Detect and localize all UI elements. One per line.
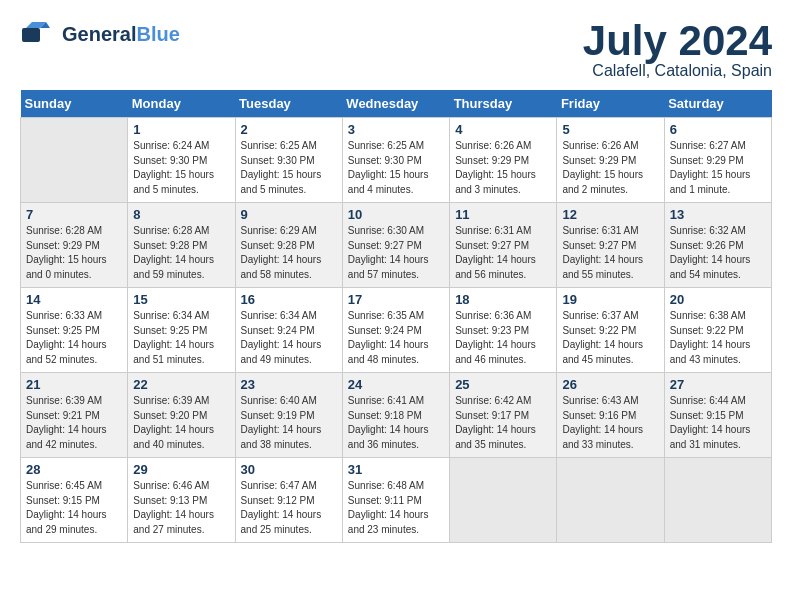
day-number: 10	[348, 207, 444, 222]
calendar-cell	[664, 458, 771, 543]
day-number: 1	[133, 122, 229, 137]
calendar-cell: 17Sunrise: 6:35 AMSunset: 9:24 PMDayligh…	[342, 288, 449, 373]
calendar-cell: 5Sunrise: 6:26 AMSunset: 9:29 PMDaylight…	[557, 118, 664, 203]
day-number: 11	[455, 207, 551, 222]
day-info: Sunrise: 6:42 AMSunset: 9:17 PMDaylight:…	[455, 394, 551, 452]
day-number: 29	[133, 462, 229, 477]
header-wednesday: Wednesday	[342, 90, 449, 118]
day-number: 4	[455, 122, 551, 137]
svg-rect-0	[22, 28, 40, 42]
calendar-cell: 30Sunrise: 6:47 AMSunset: 9:12 PMDayligh…	[235, 458, 342, 543]
day-info: Sunrise: 6:32 AMSunset: 9:26 PMDaylight:…	[670, 224, 766, 282]
day-number: 7	[26, 207, 122, 222]
calendar-cell: 25Sunrise: 6:42 AMSunset: 9:17 PMDayligh…	[450, 373, 557, 458]
day-info: Sunrise: 6:35 AMSunset: 9:24 PMDaylight:…	[348, 309, 444, 367]
calendar-cell: 31Sunrise: 6:48 AMSunset: 9:11 PMDayligh…	[342, 458, 449, 543]
logo: GeneralBlue	[20, 20, 180, 48]
day-info: Sunrise: 6:31 AMSunset: 9:27 PMDaylight:…	[562, 224, 658, 282]
calendar-cell: 4Sunrise: 6:26 AMSunset: 9:29 PMDaylight…	[450, 118, 557, 203]
calendar-cell: 26Sunrise: 6:43 AMSunset: 9:16 PMDayligh…	[557, 373, 664, 458]
day-number: 26	[562, 377, 658, 392]
calendar-cell: 10Sunrise: 6:30 AMSunset: 9:27 PMDayligh…	[342, 203, 449, 288]
day-number: 16	[241, 292, 337, 307]
day-info: Sunrise: 6:39 AMSunset: 9:21 PMDaylight:…	[26, 394, 122, 452]
day-info: Sunrise: 6:31 AMSunset: 9:27 PMDaylight:…	[455, 224, 551, 282]
calendar-cell: 18Sunrise: 6:36 AMSunset: 9:23 PMDayligh…	[450, 288, 557, 373]
calendar-week-row: 14Sunrise: 6:33 AMSunset: 9:25 PMDayligh…	[21, 288, 772, 373]
month-title: July 2024	[583, 20, 772, 62]
calendar-cell: 2Sunrise: 6:25 AMSunset: 9:30 PMDaylight…	[235, 118, 342, 203]
header-friday: Friday	[557, 90, 664, 118]
day-number: 23	[241, 377, 337, 392]
day-info: Sunrise: 6:26 AMSunset: 9:29 PMDaylight:…	[455, 139, 551, 197]
day-number: 17	[348, 292, 444, 307]
calendar-cell: 22Sunrise: 6:39 AMSunset: 9:20 PMDayligh…	[128, 373, 235, 458]
day-number: 2	[241, 122, 337, 137]
day-info: Sunrise: 6:38 AMSunset: 9:22 PMDaylight:…	[670, 309, 766, 367]
day-number: 19	[562, 292, 658, 307]
calendar-cell: 3Sunrise: 6:25 AMSunset: 9:30 PMDaylight…	[342, 118, 449, 203]
calendar-cell: 23Sunrise: 6:40 AMSunset: 9:19 PMDayligh…	[235, 373, 342, 458]
header-tuesday: Tuesday	[235, 90, 342, 118]
day-number: 22	[133, 377, 229, 392]
day-number: 9	[241, 207, 337, 222]
day-number: 31	[348, 462, 444, 477]
calendar-cell: 14Sunrise: 6:33 AMSunset: 9:25 PMDayligh…	[21, 288, 128, 373]
day-info: Sunrise: 6:36 AMSunset: 9:23 PMDaylight:…	[455, 309, 551, 367]
day-number: 18	[455, 292, 551, 307]
day-number: 20	[670, 292, 766, 307]
day-info: Sunrise: 6:48 AMSunset: 9:11 PMDaylight:…	[348, 479, 444, 537]
calendar-cell: 7Sunrise: 6:28 AMSunset: 9:29 PMDaylight…	[21, 203, 128, 288]
day-info: Sunrise: 6:33 AMSunset: 9:25 PMDaylight:…	[26, 309, 122, 367]
calendar-cell: 20Sunrise: 6:38 AMSunset: 9:22 PMDayligh…	[664, 288, 771, 373]
day-info: Sunrise: 6:24 AMSunset: 9:30 PMDaylight:…	[133, 139, 229, 197]
calendar-header-row: SundayMondayTuesdayWednesdayThursdayFrid…	[21, 90, 772, 118]
calendar-cell: 19Sunrise: 6:37 AMSunset: 9:22 PMDayligh…	[557, 288, 664, 373]
calendar-cell: 27Sunrise: 6:44 AMSunset: 9:15 PMDayligh…	[664, 373, 771, 458]
day-info: Sunrise: 6:39 AMSunset: 9:20 PMDaylight:…	[133, 394, 229, 452]
day-info: Sunrise: 6:41 AMSunset: 9:18 PMDaylight:…	[348, 394, 444, 452]
day-info: Sunrise: 6:47 AMSunset: 9:12 PMDaylight:…	[241, 479, 337, 537]
day-info: Sunrise: 6:29 AMSunset: 9:28 PMDaylight:…	[241, 224, 337, 282]
calendar-week-row: 1Sunrise: 6:24 AMSunset: 9:30 PMDaylight…	[21, 118, 772, 203]
day-info: Sunrise: 6:30 AMSunset: 9:27 PMDaylight:…	[348, 224, 444, 282]
day-info: Sunrise: 6:43 AMSunset: 9:16 PMDaylight:…	[562, 394, 658, 452]
day-info: Sunrise: 6:40 AMSunset: 9:19 PMDaylight:…	[241, 394, 337, 452]
day-info: Sunrise: 6:37 AMSunset: 9:22 PMDaylight:…	[562, 309, 658, 367]
day-number: 5	[562, 122, 658, 137]
day-info: Sunrise: 6:28 AMSunset: 9:29 PMDaylight:…	[26, 224, 122, 282]
title-block: July 2024 Calafell, Catalonia, Spain	[583, 20, 772, 80]
day-info: Sunrise: 6:26 AMSunset: 9:29 PMDaylight:…	[562, 139, 658, 197]
calendar-cell: 12Sunrise: 6:31 AMSunset: 9:27 PMDayligh…	[557, 203, 664, 288]
calendar-cell: 28Sunrise: 6:45 AMSunset: 9:15 PMDayligh…	[21, 458, 128, 543]
calendar-week-row: 28Sunrise: 6:45 AMSunset: 9:15 PMDayligh…	[21, 458, 772, 543]
day-number: 13	[670, 207, 766, 222]
day-number: 21	[26, 377, 122, 392]
calendar-cell: 9Sunrise: 6:29 AMSunset: 9:28 PMDaylight…	[235, 203, 342, 288]
calendar-cell: 24Sunrise: 6:41 AMSunset: 9:18 PMDayligh…	[342, 373, 449, 458]
calendar-cell: 8Sunrise: 6:28 AMSunset: 9:28 PMDaylight…	[128, 203, 235, 288]
day-info: Sunrise: 6:46 AMSunset: 9:13 PMDaylight:…	[133, 479, 229, 537]
calendar-table: SundayMondayTuesdayWednesdayThursdayFrid…	[20, 90, 772, 543]
calendar-cell: 15Sunrise: 6:34 AMSunset: 9:25 PMDayligh…	[128, 288, 235, 373]
day-info: Sunrise: 6:34 AMSunset: 9:25 PMDaylight:…	[133, 309, 229, 367]
location-subtitle: Calafell, Catalonia, Spain	[583, 62, 772, 80]
calendar-cell: 21Sunrise: 6:39 AMSunset: 9:21 PMDayligh…	[21, 373, 128, 458]
day-number: 3	[348, 122, 444, 137]
calendar-week-row: 7Sunrise: 6:28 AMSunset: 9:29 PMDaylight…	[21, 203, 772, 288]
calendar-cell: 6Sunrise: 6:27 AMSunset: 9:29 PMDaylight…	[664, 118, 771, 203]
day-info: Sunrise: 6:45 AMSunset: 9:15 PMDaylight:…	[26, 479, 122, 537]
day-number: 15	[133, 292, 229, 307]
calendar-cell	[450, 458, 557, 543]
page-header: GeneralBlue July 2024 Calafell, Cataloni…	[20, 20, 772, 80]
calendar-cell: 1Sunrise: 6:24 AMSunset: 9:30 PMDaylight…	[128, 118, 235, 203]
day-number: 6	[670, 122, 766, 137]
day-number: 27	[670, 377, 766, 392]
logo-text: GeneralBlue	[62, 24, 180, 44]
day-number: 28	[26, 462, 122, 477]
calendar-cell: 29Sunrise: 6:46 AMSunset: 9:13 PMDayligh…	[128, 458, 235, 543]
calendar-cell: 13Sunrise: 6:32 AMSunset: 9:26 PMDayligh…	[664, 203, 771, 288]
calendar-cell: 11Sunrise: 6:31 AMSunset: 9:27 PMDayligh…	[450, 203, 557, 288]
day-info: Sunrise: 6:25 AMSunset: 9:30 PMDaylight:…	[241, 139, 337, 197]
day-info: Sunrise: 6:34 AMSunset: 9:24 PMDaylight:…	[241, 309, 337, 367]
